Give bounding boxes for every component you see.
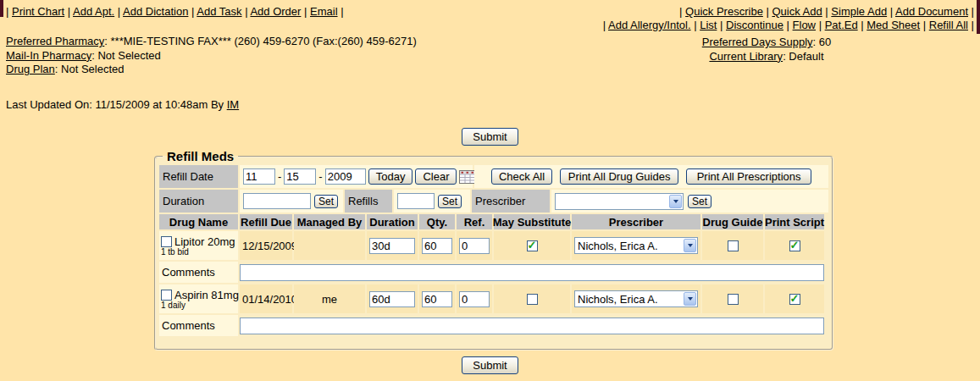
submit-bottom-container: Submit [0, 356, 980, 374]
refill-date-year-input[interactable] [325, 168, 366, 185]
drug-guide-checkbox[interactable] [728, 294, 739, 305]
submit-button-top[interactable]: Submit [462, 128, 518, 146]
drug-guide-checkbox[interactable] [728, 240, 739, 251]
col-header-drug-guide: Drug Guide [702, 214, 763, 229]
nav-link-email[interactable]: Email [310, 5, 338, 18]
nav-link-add-task[interactable]: Add Task [197, 5, 241, 18]
drug-select-checkbox[interactable] [161, 236, 172, 247]
nav-link-pat-ed[interactable]: Pat.Ed [825, 19, 858, 31]
submit-top-container: Submit [0, 128, 980, 146]
today-button[interactable]: Today [368, 168, 413, 185]
col-header-refill-due: Refill Due [240, 214, 292, 229]
refills-bulk-input[interactable] [397, 193, 435, 209]
mailin-pharmacy-label[interactable]: Mail-In Pharmacy [6, 49, 91, 62]
col-header-qty: Qty. [419, 214, 455, 229]
bulk-actions-cell: Check All Print All Drug Guides Print Al… [474, 165, 828, 188]
calendar-icon[interactable] [459, 170, 475, 184]
managed-by-cell: me [294, 284, 365, 313]
frame-edge-right [977, 0, 980, 34]
print-script-cell [765, 231, 824, 260]
nav-link-refill-all[interactable]: Refill All [929, 19, 968, 31]
duration-set-cell: Set [240, 190, 343, 213]
qty-input[interactable] [422, 238, 452, 254]
nav-link-print-chart[interactable]: Print Chart [12, 5, 64, 18]
preferred-pharmacy-label[interactable]: Preferred Pharmacy [6, 35, 104, 47]
drug-select-checkbox[interactable] [161, 290, 172, 301]
preferred-pharmacy-value: ***MIE-TESTING FAX*** (260) 459-6270 (Fa… [104, 35, 417, 47]
refill-meds-fieldset: Refill Meds Refill Date - - Today Clear [154, 149, 833, 351]
nav-link-quick-prescribe[interactable]: Quick Prescribe [685, 5, 763, 18]
comments-input[interactable] [240, 264, 824, 281]
print-script-cell [765, 284, 824, 313]
prescriber-select[interactable]: Nichols, Erica A. [574, 237, 698, 254]
prescriber-cell: Nichols, Erica A. [572, 231, 700, 260]
submit-button-bottom[interactable]: Submit [462, 356, 518, 374]
nav-link-simple-add[interactable]: Simple Add [831, 5, 887, 18]
top-nav-right: | Quick Prescribe | Quick Add | Simple A… [603, 5, 974, 32]
duration-input[interactable] [369, 291, 415, 307]
top-nav-right-row2: | Add Allergy/Intol. | List | Discontinu… [603, 19, 974, 32]
nav-link-add-dictation[interactable]: Add Dictation [123, 5, 188, 18]
refills-label: Refills [345, 190, 392, 213]
drug-plan-value: Not Selected [55, 63, 125, 75]
col-header-managed-by: Managed By [294, 214, 365, 229]
nav-link-quick-add[interactable]: Quick Add [772, 5, 822, 18]
comments-input[interactable] [240, 318, 824, 334]
prescriber-bulk-select[interactable] [555, 193, 684, 210]
nav-link-add-allergy-intol-[interactable]: Add Allergy/Intol. [608, 19, 691, 31]
current-library-label[interactable]: Current Library [709, 50, 783, 63]
bulk-set-row: Duration Set Refills Set Prescriber Set [159, 190, 828, 213]
print-script-checkbox[interactable] [789, 294, 800, 305]
last-updated-user-link[interactable]: IM [227, 98, 239, 111]
ref-input[interactable] [459, 291, 490, 307]
nav-link-add-order[interactable]: Add Order [250, 5, 301, 18]
print-all-drug-guides-button[interactable]: Print All Drug Guides [560, 168, 678, 185]
refill-due-cell: 12/15/2009 [240, 231, 292, 260]
clear-button[interactable]: Clear [415, 168, 457, 185]
refill-date-day-input[interactable] [284, 168, 316, 185]
mailin-pharmacy-value: Not Selected [91, 49, 161, 62]
chevron-down-icon [684, 292, 696, 306]
duration-label: Duration [159, 190, 238, 213]
duration-input[interactable] [369, 238, 415, 254]
prescriber-set-button[interactable]: Set [688, 195, 711, 208]
nav-link-add-apt-[interactable]: Add Apt. [73, 5, 114, 18]
may-substitute-checkbox[interactable] [527, 240, 538, 251]
prescriber-label: Prescriber [472, 190, 550, 213]
col-header-prescriber: Prescriber [572, 214, 700, 229]
nav-link-add-document[interactable]: Add Document [895, 5, 968, 18]
prescriber-cell: Nichols, Erica A. [572, 284, 700, 313]
top-nav-left: | Print Chart | Add Apt. | Add Dictation… [6, 5, 344, 18]
last-updated-text: Last Updated On: 11/15/2009 at 10:48am B… [6, 98, 224, 111]
check-all-button[interactable]: Check All [491, 168, 552, 185]
refill-date-month-input[interactable] [243, 168, 275, 185]
print-all-prescriptions-button[interactable]: Print All Prescriptions [686, 168, 811, 185]
preferred-days-supply-label[interactable]: Preferred Days Supply [702, 36, 813, 48]
prescriber-select-value: Nichols, Erica A. [578, 240, 658, 252]
drug-sig: 1 tb bid [161, 248, 189, 257]
ref-input[interactable] [459, 238, 490, 254]
nav-link-flow[interactable]: Flow [793, 19, 816, 31]
refill-meds-legend: Refill Meds [163, 149, 238, 163]
drug-name: Aspirin 81mg [174, 289, 239, 301]
qty-input[interactable] [422, 291, 452, 307]
prescriber-select[interactable]: Nichols, Erica A. [574, 290, 698, 307]
drug-plan-label[interactable]: Drug Plan [6, 63, 55, 75]
nav-link-discontinue[interactable]: Discontinue [726, 19, 783, 31]
duration-bulk-input[interactable] [243, 193, 311, 209]
med-table: Drug Name Refill Due Managed By Duration… [159, 214, 828, 336]
duration-set-button[interactable]: Set [314, 195, 338, 208]
col-header-print-script: Print Script [765, 214, 824, 229]
nav-link-med-sheet[interactable]: Med Sheet [866, 19, 920, 31]
may-substitute-cell [494, 231, 570, 260]
refill-date-label: Refill Date [159, 165, 238, 188]
may-substitute-checkbox[interactable] [527, 294, 538, 305]
date-separator: - [278, 170, 281, 183]
nav-link-list[interactable]: List [700, 19, 717, 31]
preferred-pharmacy-line: Preferred Pharmacy***MIE-TESTING FAX*** … [6, 35, 417, 49]
refills-set-button[interactable]: Set [438, 195, 462, 208]
prescriber-select-value: Nichols, Erica A. [578, 293, 658, 306]
ref-cell [457, 231, 492, 260]
col-header-ref: Ref. [457, 214, 492, 229]
print-script-checkbox[interactable] [789, 240, 800, 251]
